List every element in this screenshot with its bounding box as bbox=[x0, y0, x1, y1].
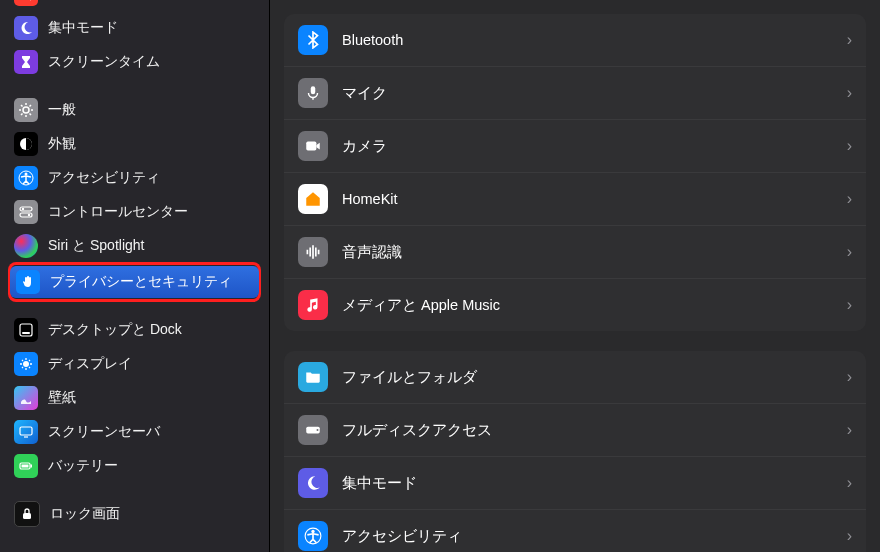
music-icon bbox=[298, 290, 328, 320]
row-speech-recognition[interactable]: 音声認識 › bbox=[284, 226, 866, 279]
chevron-right-icon: › bbox=[847, 527, 852, 545]
sidebar-item-label: ディスプレイ bbox=[48, 355, 132, 373]
chevron-right-icon: › bbox=[847, 84, 852, 102]
sidebar-item-label: サウンド bbox=[48, 0, 104, 3]
folder-icon bbox=[298, 362, 328, 392]
svg-point-2 bbox=[25, 173, 28, 176]
wallpaper-icon bbox=[14, 386, 38, 410]
sidebar-item-privacy-security[interactable]: プライバシーとセキュリティ bbox=[10, 266, 259, 298]
settings-group: Bluetooth › マイク › カメラ › bbox=[284, 14, 866, 331]
svg-rect-6 bbox=[20, 213, 32, 217]
sound-icon bbox=[14, 0, 38, 6]
sidebar-item-label: 集中モード bbox=[48, 19, 118, 37]
chevron-right-icon: › bbox=[847, 368, 852, 386]
svg-rect-14 bbox=[31, 465, 33, 468]
row-label: メディアと Apple Music bbox=[342, 296, 500, 315]
siri-icon bbox=[14, 234, 38, 258]
sidebar-item-appearance[interactable]: 外観 bbox=[8, 128, 261, 160]
row-label: マイク bbox=[342, 84, 387, 103]
accessibility-icon bbox=[298, 521, 328, 551]
row-files-folders[interactable]: ファイルとフォルダ › bbox=[284, 351, 866, 404]
sidebar-item-label: デスクトップと Dock bbox=[48, 321, 182, 339]
svg-rect-13 bbox=[22, 465, 29, 468]
camera-icon bbox=[298, 131, 328, 161]
chevron-right-icon: › bbox=[847, 421, 852, 439]
sidebar-item-focus[interactable]: 集中モード bbox=[8, 12, 261, 44]
sidebar-item-label: スクリーンタイム bbox=[48, 53, 160, 71]
row-label: 集中モード bbox=[342, 474, 417, 493]
chevron-right-icon: › bbox=[847, 474, 852, 492]
bluetooth-icon bbox=[298, 25, 328, 55]
sidebar-item-label: プライバシーとセキュリティ bbox=[50, 273, 232, 291]
sidebar-item-label: 外観 bbox=[48, 135, 76, 153]
display-icon bbox=[14, 352, 38, 376]
home-icon bbox=[298, 184, 328, 214]
waveform-icon bbox=[298, 237, 328, 267]
microphone-icon bbox=[298, 78, 328, 108]
sidebar-item-sound[interactable]: サウンド bbox=[8, 0, 261, 10]
svg-point-20 bbox=[311, 530, 314, 533]
svg-rect-9 bbox=[22, 332, 30, 334]
row-full-disk-access[interactable]: フルディスクアクセス › bbox=[284, 404, 866, 457]
sidebar-item-wallpaper[interactable]: 壁紙 bbox=[8, 382, 261, 414]
sidebar: サウンド 集中モード スクリーンタイム 一般 bbox=[0, 0, 270, 552]
accessibility-icon bbox=[14, 166, 38, 190]
sidebar-item-battery[interactable]: バッテリー bbox=[8, 450, 261, 482]
chevron-right-icon: › bbox=[847, 190, 852, 208]
sidebar-item-label: Siri と Spotlight bbox=[48, 237, 144, 255]
row-microphone[interactable]: マイク › bbox=[284, 67, 866, 120]
sidebar-item-screentime[interactable]: スクリーンタイム bbox=[8, 46, 261, 78]
settings-group: ファイルとフォルダ › フルディスクアクセス › 集中モード › bbox=[284, 351, 866, 552]
moon-icon bbox=[14, 16, 38, 40]
row-label: アクセシビリティ bbox=[342, 527, 462, 546]
sidebar-item-label: コントロールセンター bbox=[48, 203, 188, 221]
chevron-right-icon: › bbox=[847, 137, 852, 155]
row-label: カメラ bbox=[342, 137, 387, 156]
row-bluetooth[interactable]: Bluetooth › bbox=[284, 14, 866, 67]
settings-content: Bluetooth › マイク › カメラ › bbox=[270, 0, 880, 552]
row-camera[interactable]: カメラ › bbox=[284, 120, 866, 173]
svg-rect-15 bbox=[23, 513, 31, 519]
sidebar-item-label: アクセシビリティ bbox=[48, 169, 160, 187]
chevron-right-icon: › bbox=[847, 296, 852, 314]
row-media-apple-music[interactable]: メディアと Apple Music › bbox=[284, 279, 866, 331]
svg-point-7 bbox=[28, 214, 30, 216]
sidebar-item-siri[interactable]: Siri と Spotlight bbox=[8, 230, 261, 262]
svg-rect-4 bbox=[20, 207, 32, 211]
row-label: HomeKit bbox=[342, 191, 398, 207]
row-focus[interactable]: 集中モード › bbox=[284, 457, 866, 510]
row-label: 音声認識 bbox=[342, 243, 402, 262]
moon-icon bbox=[298, 468, 328, 498]
svg-point-0 bbox=[23, 107, 29, 113]
dock-icon bbox=[14, 318, 38, 342]
svg-rect-16 bbox=[311, 86, 316, 94]
svg-rect-8 bbox=[20, 324, 32, 336]
sidebar-item-general[interactable]: 一般 bbox=[8, 94, 261, 126]
svg-point-5 bbox=[22, 208, 24, 210]
row-label: フルディスクアクセス bbox=[342, 421, 492, 440]
chevron-right-icon: › bbox=[847, 31, 852, 49]
sidebar-item-lockscreen[interactable]: ロック画面 bbox=[8, 498, 261, 530]
sidebar-item-label: 一般 bbox=[48, 101, 76, 119]
svg-rect-17 bbox=[306, 142, 316, 151]
row-accessibility[interactable]: アクセシビリティ › bbox=[284, 510, 866, 552]
sidebar-item-accessibility[interactable]: アクセシビリティ bbox=[8, 162, 261, 194]
sidebar-item-desktop-dock[interactable]: デスクトップと Dock bbox=[8, 314, 261, 346]
sidebar-item-displays[interactable]: ディスプレイ bbox=[8, 348, 261, 380]
sidebar-item-label: 壁紙 bbox=[48, 389, 76, 407]
battery-icon bbox=[14, 454, 38, 478]
row-label: ファイルとフォルダ bbox=[342, 368, 477, 387]
row-label: Bluetooth bbox=[342, 32, 403, 48]
row-homekit[interactable]: HomeKit › bbox=[284, 173, 866, 226]
sidebar-item-label: ロック画面 bbox=[50, 505, 120, 523]
sidebar-item-label: スクリーンセーバ bbox=[48, 423, 160, 441]
disk-icon bbox=[298, 415, 328, 445]
sidebar-item-control-center[interactable]: コントロールセンター bbox=[8, 196, 261, 228]
screensaver-icon bbox=[14, 420, 38, 444]
sidebar-item-screensaver[interactable]: スクリーンセーバ bbox=[8, 416, 261, 448]
svg-point-10 bbox=[23, 361, 29, 367]
chevron-right-icon: › bbox=[847, 243, 852, 261]
hourglass-icon bbox=[14, 50, 38, 74]
appearance-icon bbox=[14, 132, 38, 156]
svg-point-19 bbox=[316, 429, 318, 431]
